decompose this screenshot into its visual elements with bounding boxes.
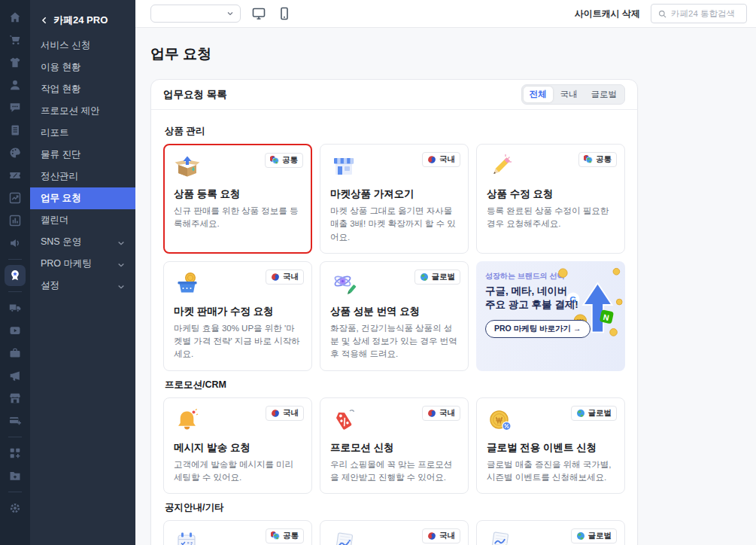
sidebar-menu: 카페24 PRO 서비스 신청이용 현황작업 현황프로모션 제안리포트물류 진단… (30, 0, 135, 545)
section-title: 공지안내/기타 (165, 501, 624, 514)
filter-tab-글로벌[interactable]: 글로벌 (585, 87, 624, 102)
card-title: 마켓상품 가져오기 (330, 187, 458, 201)
request-card[interactable]: 국내 마켓 판매가 수정 요청 마케팅 효율 30% UP을 위한 '마켓별 가… (163, 261, 312, 371)
sidebar-item-작업-현황[interactable]: 작업 현황 (30, 78, 135, 100)
sidebar-item-label: 업무 요청 (41, 192, 80, 205)
user-icon[interactable] (8, 78, 22, 92)
card-plus-icon[interactable] (8, 414, 22, 428)
sidebar-header[interactable]: 카페24 PRO (30, 6, 135, 35)
sidebar-item-label: 캘린더 (41, 214, 69, 227)
award-icon[interactable] (5, 265, 26, 286)
cart-icon[interactable] (8, 33, 22, 47)
badge-domestic-icon (271, 409, 280, 418)
pro-marketing-link-button[interactable]: PRO 마케팅 바로가기 → (485, 320, 591, 338)
scope-badge-label: 공통 (283, 531, 299, 541)
search-icon (657, 9, 667, 19)
request-card[interactable]: 국내 마켓상품 가져오기 마켓 상품 그대로 옮기면 자사몰 매출 3배! 마켓… (320, 144, 469, 254)
sidebar-item-정산관리[interactable]: 정산관리 (30, 166, 135, 187)
section-title: 상품 관리 (165, 125, 624, 138)
bar-chart-icon[interactable] (8, 214, 22, 227)
panel-title: 업무요청 목록 (163, 88, 227, 102)
request-card[interactable]: 국내 메시지 발송 요청 고객에게 발송할 메시지를 미리 세팅할 수 있어요. (163, 397, 312, 495)
shirt-icon[interactable] (8, 56, 22, 69)
document-icon[interactable] (8, 123, 22, 137)
request-card[interactable]: 국내 프로모션 신청 우리 쇼핑몰에 꼭 맞는 프로모션을 제안받고 진행할 수… (320, 397, 469, 495)
speaker-icon[interactable] (8, 236, 22, 250)
sidebar-item-이용-현황[interactable]: 이용 현황 (30, 56, 135, 78)
line-chart-icon[interactable] (8, 191, 22, 205)
icon-rail (0, 0, 30, 545)
sidebar-item-SNS-운영[interactable]: SNS 운영 (30, 231, 135, 253)
truck-icon[interactable] (8, 301, 22, 315)
sidebar-item-물류-진단[interactable]: 물류 진단 (30, 144, 135, 166)
sidebar-item-label: 프로모션 제안 (41, 105, 99, 117)
scope-badge: 글로벌 (571, 406, 618, 421)
mobile-preview-icon[interactable] (277, 6, 292, 21)
scope-badge: 국내 (422, 152, 460, 167)
search-input[interactable] (671, 9, 740, 18)
pencil-icon (487, 154, 514, 181)
device-select[interactable] (150, 5, 241, 23)
filter-tab-국내[interactable]: 국내 (554, 87, 584, 102)
pro-marketing-banner[interactable]: 성장하는 브랜드의 선택 구글, 메타, 네이버주요 광고 후불 결제! PRO… (476, 261, 625, 371)
global-search (651, 4, 747, 23)
request-card[interactable]: 국내 마켓 정보 요청 마켓 상품을 관리하기 위한 정보를 전달해주세요. (320, 520, 469, 545)
request-card[interactable]: 글로벌 상품 성분 번역 요청 화장품, 건강기능식품 상품의 성분 및 상세 … (320, 261, 469, 371)
card-description: 마케팅 효율 30% UP을 위한 '마켓별 가격 전략' 지금 바로 시작하세… (174, 322, 302, 361)
chevron-down-icon (117, 260, 125, 268)
scope-badge: 공통 (266, 528, 304, 543)
megaphone-icon[interactable] (8, 369, 22, 382)
scope-badge: 글로벌 (414, 269, 461, 285)
coin-icon (487, 407, 514, 434)
scope-badge: 공통 (265, 153, 303, 168)
palette-icon[interactable] (8, 146, 22, 160)
page-title: 업무 요청 (150, 44, 741, 64)
panel-header: 업무요청 목록 전체국내글로벌 (151, 80, 637, 110)
folder-plus-icon[interactable] (8, 469, 22, 483)
scope-badge-label: 국내 (283, 272, 299, 282)
scope-badge: 글로벌 (571, 528, 618, 543)
chevron-down-icon (117, 239, 125, 246)
sidebar-item-설정[interactable]: 설정 (30, 275, 135, 297)
sidebar-item-캘린더[interactable]: 캘린더 (30, 209, 135, 231)
store-icon[interactable] (8, 391, 22, 405)
main-area: 사이트캐시 삭제 업무 요청 업무요청 목록 전체국내글로벌 상품 관리 공통 … (135, 0, 756, 545)
badge-common-icon (584, 155, 593, 164)
desktop-preview-icon[interactable] (251, 6, 266, 21)
video-icon[interactable] (8, 324, 22, 337)
grid-plus-icon[interactable] (8, 446, 22, 460)
panel-body: 상품 관리 공통 상품 등록 요청 신규 판매를 위한 상품 정보를 등록해주세… (151, 110, 637, 545)
home-icon[interactable] (8, 11, 22, 24)
sidebar-item-label: 작업 현황 (41, 83, 80, 96)
filter-tab-전체[interactable]: 전체 (524, 87, 553, 102)
discount-tag-icon (330, 407, 357, 434)
card-grid: 공통 상품 등록 요청 신규 판매를 위한 상품 정보를 등록해주세요. 국내 … (163, 144, 625, 371)
card-description: 마켓 상품 그대로 옮기면 자사몰 매출 3배! 마켓 확장까지 할 수 있어요… (330, 205, 458, 244)
request-card[interactable]: 공통 상품 등록 요청 신규 판매를 위한 상품 정보를 등록해주세요. (163, 144, 312, 254)
card-description: 신규 판매를 위한 상품 정보를 등록해주세요. (174, 205, 302, 231)
request-card[interactable]: 글로벌 글로벌 전용 이벤트 신청 글로벌 매출 증진을 위해 국가별, 시즌별… (476, 397, 625, 495)
request-card[interactable]: 글로벌 글로벌 마켓 정보 요청 글로벌 마켓 상품을 관리하기 위한 정보를 … (476, 520, 625, 545)
card-title: 마켓 판매가 수정 요청 (174, 305, 302, 318)
sidebar-item-리포트[interactable]: 리포트 (30, 122, 135, 144)
badge-domestic-icon (427, 155, 436, 164)
rail-divider (8, 492, 22, 492)
sidebar-item-label: 이용 현황 (41, 61, 80, 74)
banner-title: 구글, 메타, 네이버주요 광고 후불 결제! (485, 285, 616, 312)
card-title: 메시지 발송 요청 (174, 441, 302, 455)
request-list-panel: 업무요청 목록 전체국내글로벌 상품 관리 공통 상품 등록 요청 신규 판매를… (150, 79, 638, 545)
sidebar-item-PRO-마케팅[interactable]: PRO 마케팅 (30, 253, 135, 275)
sidebar-item-서비스-신청[interactable]: 서비스 신청 (30, 35, 135, 56)
sidebar-item-업무-요청[interactable]: 업무 요청 (30, 187, 135, 209)
clear-site-cache-button[interactable]: 사이트캐시 삭제 (575, 8, 640, 20)
request-card[interactable]: 공통 상품 수정 요청 등록 완료된 상품 수정이 필요한 경우 요청해주세요. (476, 144, 625, 254)
request-card[interactable]: 공통 배송 휴무일 안내 요청 배송 휴무 일정이 있는 경우 공지사항과 배너… (163, 520, 312, 545)
chat-icon[interactable] (8, 101, 22, 114)
sidebar-item-프로모션-제안[interactable]: 프로모션 제안 (30, 100, 135, 122)
calendar-icon (174, 530, 201, 545)
gear-icon[interactable] (8, 501, 22, 515)
ticket-icon[interactable] (8, 169, 22, 182)
card-title: 상품 성분 번역 요청 (330, 305, 458, 318)
briefcase-icon[interactable] (8, 346, 22, 360)
card-grid: 공통 배송 휴무일 안내 요청 배송 휴무 일정이 있는 경우 공지사항과 배너… (163, 520, 625, 545)
